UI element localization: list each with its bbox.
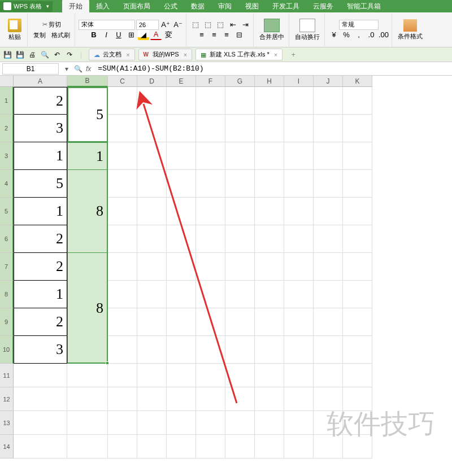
merge-center-button[interactable]: 合并居中 [257,18,286,42]
tab-smart[interactable]: 智能工具箱 [340,0,388,14]
col-header-G[interactable]: G [225,76,255,87]
cell-I8[interactable] [284,281,314,308]
cell-A8[interactable]: 1 [14,281,67,308]
cell-F4[interactable] [196,170,225,198]
cell-B14[interactable] [67,435,108,458]
cell-K11[interactable] [343,364,372,387]
redo-button[interactable]: ↷ [64,50,75,60]
cell-D1[interactable] [137,87,167,115]
cell-J14[interactable] [314,435,343,458]
cell-F8[interactable] [196,281,225,308]
cell-H12[interactable] [255,387,284,411]
row-header-4[interactable]: 4 [0,170,14,198]
saveas-button[interactable]: 💾 [15,50,25,60]
cell-K6[interactable] [343,225,372,253]
cell-I9[interactable] [284,308,314,336]
cell-E7[interactable] [167,253,196,281]
cell-A9[interactable]: 2 [14,308,67,336]
cell-E1[interactable] [167,87,196,115]
cell-D4[interactable] [137,170,167,198]
cell-C4[interactable] [108,170,137,198]
row-header-10[interactable]: 10 [0,336,14,364]
cell-K4[interactable] [343,170,372,198]
font-size-select[interactable] [136,20,159,30]
italic-button[interactable]: I [101,30,112,40]
cell-D11[interactable] [137,364,167,387]
close-icon[interactable]: × [126,51,129,58]
cell-H13[interactable] [255,411,284,435]
cell-F9[interactable] [196,308,225,336]
cell-J8[interactable] [314,281,343,308]
cell-H1[interactable] [255,87,284,115]
row-header-11[interactable]: 11 [0,364,14,387]
close-icon[interactable]: × [274,51,277,58]
align-bottom-button[interactable]: ⬚ [215,20,226,30]
cell-J4[interactable] [314,170,343,198]
name-box[interactable] [2,63,59,75]
col-header-K[interactable]: K [343,76,372,87]
cell-E11[interactable] [167,364,196,387]
cell-K13[interactable] [343,411,372,435]
cell-I14[interactable] [284,435,314,458]
cell-J6[interactable] [314,225,343,253]
cell-D2[interactable] [137,115,167,142]
cell-A4[interactable]: 5 [14,170,67,198]
cell-F6[interactable] [196,225,225,253]
col-header-C[interactable]: C [108,76,137,87]
cell-B7[interactable]: 8 [67,253,108,364]
col-header-A[interactable]: A [14,76,67,87]
decrease-font-button[interactable]: A⁻ [172,20,184,30]
undo-button[interactable]: ↶ [52,50,62,60]
cell-K5[interactable] [343,198,372,225]
row-header-9[interactable]: 9 [0,308,14,336]
cell-E9[interactable] [167,308,196,336]
cell-E12[interactable] [167,387,196,411]
cell-C6[interactable] [108,225,137,253]
copy-button[interactable]: 复制 [31,30,48,41]
cell-H4[interactable] [255,170,284,198]
cell-D12[interactable] [137,387,167,411]
cell-J10[interactable] [314,336,343,364]
cell-A5[interactable]: 1 [14,198,67,225]
cell-F10[interactable] [196,336,225,364]
cell-G2[interactable] [225,115,255,142]
cell-B13[interactable] [67,411,108,435]
format-painter-button[interactable]: 格式刷 [49,30,72,41]
border-button[interactable]: ⊞ [125,30,137,40]
cell-H7[interactable] [255,253,284,281]
formula-input[interactable] [93,63,452,74]
cell-I12[interactable] [284,387,314,411]
cell-G7[interactable] [225,253,255,281]
tab-formula[interactable]: 公式 [157,0,184,14]
cell-D8[interactable] [137,281,167,308]
cell-C11[interactable] [108,364,137,387]
cell-G13[interactable] [225,411,255,435]
number-format-select[interactable] [339,20,379,30]
cell-F2[interactable] [196,115,225,142]
cell-C14[interactable] [108,435,137,458]
phonetic-button[interactable]: 変 [163,30,174,40]
cell-C9[interactable] [108,308,137,336]
align-right-button[interactable]: ≡ [221,30,232,40]
underline-button[interactable]: U [113,30,124,40]
cell-K8[interactable] [343,281,372,308]
cell-A2[interactable]: 3 [14,115,67,142]
paste-button[interactable]: 粘贴 [5,18,25,42]
cell-I1[interactable] [284,87,314,115]
cell-C7[interactable] [108,253,137,281]
cell-F12[interactable] [196,387,225,411]
bold-button[interactable]: B [88,30,99,40]
wrap-text-button[interactable]: 自动换行 [293,18,322,42]
cell-A13[interactable] [14,411,67,435]
cell-H5[interactable] [255,198,284,225]
cell-A6[interactable]: 2 [14,225,67,253]
cell-H2[interactable] [255,115,284,142]
row-header-8[interactable]: 8 [0,281,14,308]
percent-button[interactable]: % [341,30,352,40]
cell-C8[interactable] [108,281,137,308]
cell-A7[interactable]: 2 [14,253,67,281]
col-header-D[interactable]: D [137,76,167,87]
row-header-1[interactable]: 1 [0,87,14,115]
fill-color-button[interactable]: ◢ [138,30,149,40]
print-button[interactable]: 🖨 [27,50,37,60]
